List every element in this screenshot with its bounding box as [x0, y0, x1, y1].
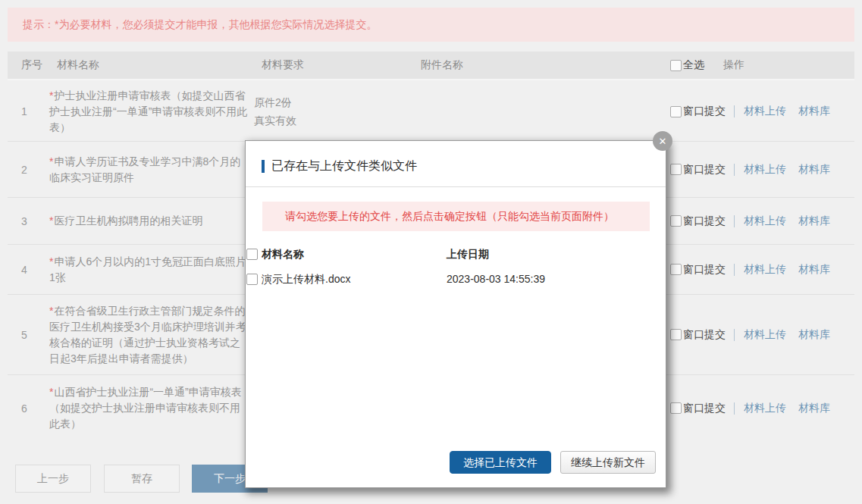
- required-asterisk: *: [49, 386, 53, 398]
- table-header: 序号 材料名称 材料要求 附件名称 全选 操作: [8, 52, 854, 80]
- window-submit-checkbox[interactable]: [670, 264, 682, 275]
- select-all-label: 全选: [683, 58, 704, 72]
- row-actions: 窗口提交 材料上传 材料库: [670, 295, 830, 374]
- close-icon[interactable]: ✕: [653, 131, 672, 151]
- row-actions: 窗口提交 材料上传 材料库: [670, 375, 830, 441]
- material-name: *护士执业注册申请审核表（如提交山西省护士执业注册“一单通”申请审核表则不用此表…: [49, 82, 249, 141]
- divider: [734, 402, 735, 415]
- row-number: 2: [21, 142, 44, 197]
- choose-uploaded-file-button[interactable]: 选择已上传文件: [450, 451, 551, 474]
- files-header-row: 材料名称 上传日期: [246, 243, 666, 268]
- window-submit-checkbox[interactable]: [670, 329, 682, 340]
- page: 提示：*为必要材料，您必须提交才能申报，其他根据您实际情况选择提交。 序号 材料…: [0, 0, 862, 504]
- header-name: 材料名称: [57, 52, 99, 79]
- material-library-link[interactable]: 材料库: [798, 263, 830, 277]
- material-requirement: 原件2份真实有效: [254, 82, 406, 141]
- material-name-text: 山西省护士执业注册“一单通”申请审核表（如提交护士执业注册申请审核表则不用此表）: [49, 386, 242, 430]
- material-upload-link[interactable]: 材料上传: [744, 328, 786, 342]
- window-submit-label: 窗口提交: [683, 163, 726, 177]
- window-submit-label: 窗口提交: [683, 263, 726, 277]
- material-upload-link[interactable]: 材料上传: [744, 263, 786, 277]
- divider: [734, 105, 735, 117]
- window-submit-checkbox[interactable]: [670, 106, 682, 117]
- required-asterisk: *: [49, 305, 53, 317]
- table-row: 1 *护士执业注册申请审核表（如提交山西省护士执业注册“一单通”申请审核表则不用…: [8, 82, 854, 141]
- files-select-all-checkbox[interactable]: [246, 249, 258, 260]
- row-actions: 窗口提交 材料上传 材料库: [670, 142, 830, 197]
- material-name: *申请人6个月以内的1寸免冠正面白底照片1张: [49, 245, 249, 294]
- row-actions: 窗口提交 材料上传 材料库: [670, 82, 830, 141]
- row-number: 1: [21, 82, 44, 141]
- material-name-text: 申请人6个月以内的1寸免冠正面白底照片1张: [49, 255, 246, 283]
- row-actions: 窗口提交 材料上传 材料库: [670, 198, 830, 244]
- file-checkbox[interactable]: [246, 274, 258, 285]
- file-name: 演示上传材料.docx: [262, 273, 350, 286]
- material-upload-link[interactable]: 材料上传: [744, 402, 786, 415]
- window-submit-checkbox[interactable]: [670, 402, 682, 414]
- material-library-link[interactable]: 材料库: [798, 105, 830, 118]
- material-upload-link[interactable]: 材料上传: [744, 105, 786, 118]
- material-library-link[interactable]: 材料库: [798, 163, 830, 177]
- dialog-title: 已存在与上传文件类似文件: [262, 158, 666, 174]
- file-row: 演示上传材料.docx 2023-08-03 14:55:39: [246, 268, 666, 293]
- hint-bar: 提示：*为必要材料，您必须提交才能申报，其他根据您实际情况选择提交。: [8, 8, 854, 42]
- material-name-text: 申请人学历证书及专业学习中满8个月的临床实习证明原件: [49, 155, 240, 183]
- dialog-title-text: 已存在与上传文件类似文件: [271, 158, 417, 174]
- material-name: *申请人学历证书及专业学习中满8个月的临床实习证明原件: [49, 142, 249, 197]
- header-requirement: 材料要求: [262, 52, 304, 79]
- header-select-all: 全选: [670, 52, 704, 79]
- material-library-link[interactable]: 材料库: [798, 402, 830, 415]
- title-accent-bar: [262, 160, 265, 173]
- material-name-text: 在符合省级卫生行政主管部门规定条件的医疗卫生机构接受3个月临床护理培训并考核合格…: [49, 305, 246, 365]
- header-index: 序号: [21, 52, 42, 79]
- required-asterisk: *: [49, 255, 53, 268]
- divider: [734, 215, 735, 227]
- material-name-text: 护士执业注册申请审核表（如提交山西省护士执业注册“一单通”申请审核表则不用此表）: [49, 89, 247, 133]
- material-upload-link[interactable]: 材料上传: [744, 163, 786, 177]
- material-name: *山西省护士执业注册“一单通”申请审核表（如提交护士执业注册申请审核表则不用此表…: [49, 375, 249, 441]
- prev-step-button[interactable]: 上一步: [15, 465, 91, 493]
- file-upload-date: 2023-08-03 14:55:39: [447, 273, 545, 285]
- material-name: *在符合省级卫生行政主管部门规定条件的医疗卫生机构接受3个月临床护理培训并考核合…: [49, 295, 249, 374]
- divider: [734, 329, 735, 341]
- material-library-link[interactable]: 材料库: [798, 328, 830, 342]
- divider: [734, 264, 735, 276]
- similar-file-dialog: ✕ 已存在与上传文件类似文件 请勾选您要上传的文件，然后点击确定按钮（只能勾选当…: [245, 140, 666, 488]
- header-operation: 操作: [723, 52, 744, 79]
- row-number: 5: [21, 295, 44, 374]
- dialog-alert: 请勾选您要上传的文件，然后点击确定按钮（只能勾选当前页面附件）: [262, 202, 650, 231]
- window-submit-label: 窗口提交: [683, 402, 726, 415]
- window-submit-checkbox[interactable]: [670, 164, 682, 175]
- header-attachment: 附件名称: [421, 52, 463, 79]
- window-submit-checkbox[interactable]: [670, 215, 682, 227]
- window-submit-label: 窗口提交: [683, 214, 726, 228]
- row-number: 6: [21, 375, 44, 441]
- material-library-link[interactable]: 材料库: [798, 214, 830, 228]
- uploaded-files-table: 材料名称 上传日期 演示上传材料.docx 2023-08-03 14:55:3…: [246, 243, 666, 293]
- material-upload-link[interactable]: 材料上传: [744, 214, 786, 228]
- required-asterisk: *: [49, 214, 53, 227]
- dialog-footer: 选择已上传文件 继续上传新文件: [450, 451, 656, 474]
- select-all-checkbox[interactable]: [670, 60, 682, 71]
- material-name: *医疗卫生机构拟聘用的相关证明: [49, 198, 249, 244]
- window-submit-label: 窗口提交: [683, 328, 726, 342]
- required-asterisk: *: [49, 89, 53, 102]
- files-date-header: 上传日期: [447, 248, 489, 261]
- material-name-text: 医疗卫生机构拟聘用的相关证明: [54, 214, 202, 227]
- window-submit-label: 窗口提交: [683, 105, 726, 118]
- temp-save-button[interactable]: 暂存: [104, 465, 180, 493]
- title-divider: [246, 186, 666, 187]
- row-number: 3: [21, 198, 44, 244]
- files-name-header: 材料名称: [262, 248, 304, 261]
- required-asterisk: *: [49, 155, 53, 167]
- continue-upload-new-button[interactable]: 继续上传新文件: [560, 451, 656, 474]
- row-actions: 窗口提交 材料上传 材料库: [670, 245, 830, 294]
- divider: [734, 164, 735, 176]
- row-number: 4: [21, 245, 44, 294]
